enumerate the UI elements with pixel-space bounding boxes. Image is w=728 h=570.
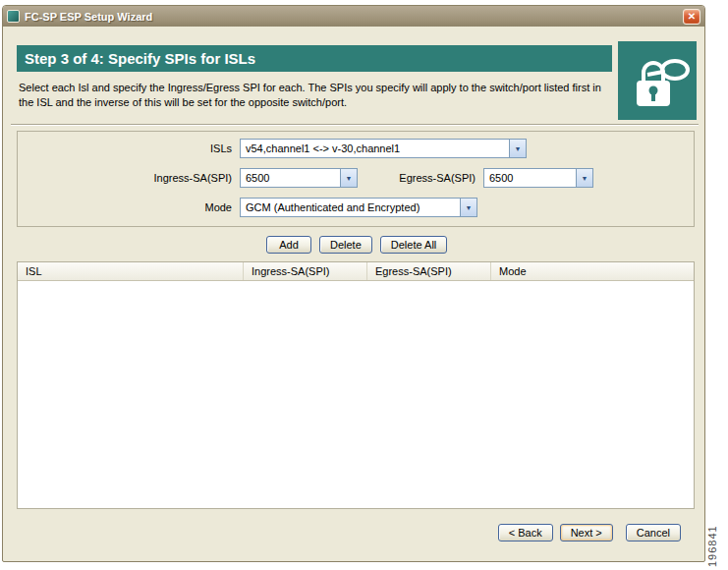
back-button[interactable]: < Back [498, 524, 553, 542]
title-bar[interactable]: FC-SP ESP Setup Wizard ✕ [3, 6, 704, 27]
ingress-spi-label: Ingress-SA(SPI) [18, 172, 240, 184]
chevron-down-icon[interactable]: ▼ [509, 140, 526, 157]
chevron-down-icon[interactable]: ▼ [460, 199, 476, 216]
next-button[interactable]: Next > [560, 524, 613, 542]
security-lock-icon [618, 41, 697, 120]
column-header-egress-spi[interactable]: Egress-SA(SPI) [367, 262, 491, 280]
padlock-key-graphic [618, 41, 697, 120]
wizard-dialog: FC-SP ESP Setup Wizard ✕ Step 3 of 4: Sp… [2, 5, 705, 562]
isls-select[interactable]: v54,channel1 <-> v-30,channel1 ▼ [240, 139, 527, 158]
table-actions: Add Delete Delete All [266, 236, 447, 254]
column-header-ingress-spi[interactable]: Ingress-SA(SPI) [244, 262, 367, 280]
isls-row: ISLs v54,channel1 <-> v-30,channel1 ▼ [18, 139, 527, 158]
table-header-row: ISL Ingress-SA(SPI) Egress-SA(SPI) Mode [18, 262, 694, 281]
mode-row: Mode GCM (Authenticated and Encrypted) ▼ [18, 198, 477, 217]
mode-selected-value: GCM (Authenticated and Encrypted) [241, 201, 460, 213]
egress-spi-label: Egress-SA(SPI) [367, 172, 483, 184]
delete-button[interactable]: Delete [319, 236, 372, 254]
table-body-empty [18, 281, 694, 508]
wizard-navigation: < Back Next > Cancel [3, 524, 695, 542]
close-icon: ✕ [688, 12, 696, 22]
step-title: Step 3 of 4: Specify SPIs for ISLs [25, 50, 255, 67]
spi-form: ISLs v54,channel1 <-> v-30,channel1 ▼ In… [17, 131, 695, 227]
ingress-spi-select[interactable]: 6500 ▼ [240, 168, 358, 188]
isl-table: ISL Ingress-SA(SPI) Egress-SA(SPI) Mode [17, 261, 695, 509]
mode-select[interactable]: GCM (Authenticated and Encrypted) ▼ [240, 198, 477, 217]
spi-row: Ingress-SA(SPI) 6500 ▼ Egress-SA(SPI) 65… [18, 168, 593, 188]
ingress-spi-value: 6500 [241, 172, 340, 184]
step-description: Select each Isl and specify the Ingress/… [19, 81, 608, 110]
step-header: Step 3 of 4: Specify SPIs for ISLs [17, 45, 612, 72]
isls-label: ISLs [18, 142, 240, 154]
divider [11, 124, 699, 126]
isls-selected-value: v54,channel1 <-> v-30,channel1 [241, 142, 509, 154]
column-header-isl[interactable]: ISL [18, 262, 244, 280]
chevron-down-icon[interactable]: ▼ [576, 169, 592, 187]
cancel-button[interactable]: Cancel [626, 524, 681, 542]
delete-all-button[interactable]: Delete All [380, 236, 447, 254]
figure-number: 196841 [706, 506, 718, 567]
window-icon [7, 10, 20, 23]
mode-label: Mode [18, 201, 240, 213]
egress-spi-value: 6500 [484, 172, 576, 184]
egress-spi-select[interactable]: 6500 ▼ [483, 168, 593, 188]
chevron-down-icon[interactable]: ▼ [340, 169, 357, 187]
close-button[interactable]: ✕ [683, 9, 700, 25]
window-title: FC-SP ESP Setup Wizard [25, 11, 152, 23]
column-header-mode[interactable]: Mode [491, 262, 694, 280]
add-button[interactable]: Add [266, 236, 311, 254]
